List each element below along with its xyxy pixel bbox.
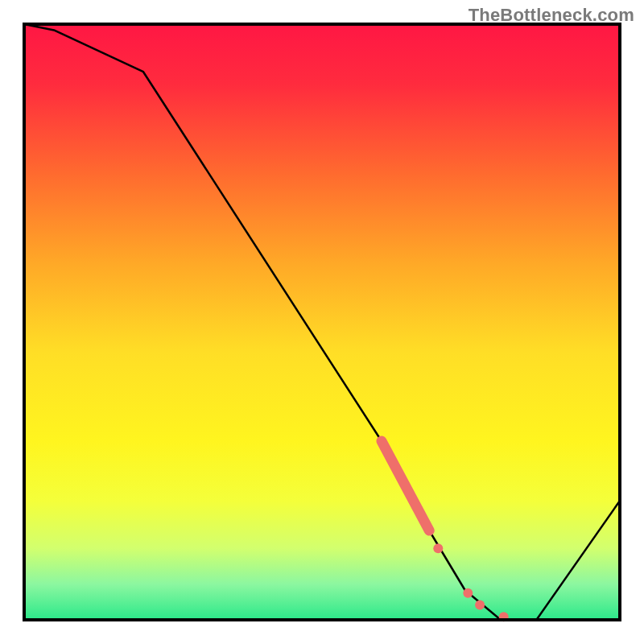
- chart-container: TheBottleneck.com: [0, 0, 644, 644]
- highlight-dot: [475, 601, 485, 610]
- highlight-dot: [463, 588, 473, 598]
- chart-background: [24, 24, 620, 620]
- chart-svg: [0, 0, 644, 644]
- watermark-label: TheBottleneck.com: [469, 5, 634, 26]
- highlight-dot: [433, 543, 443, 553]
